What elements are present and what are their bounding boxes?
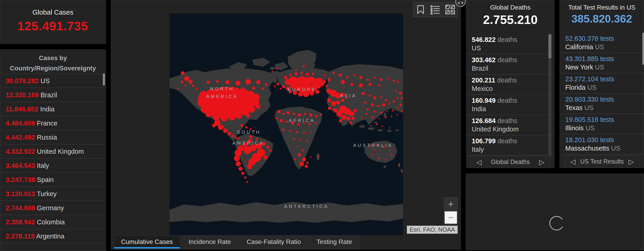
test-unit: tests (600, 116, 614, 123)
map-panel: NORTHAMERICAEUROPEASIAAFRICASOUTHAMERICA… (111, 0, 461, 250)
death-count: 200.211 (472, 77, 495, 84)
map-tab-label: Case-Fatality Ratio (247, 238, 301, 245)
bookmark-icon[interactable] (416, 5, 426, 15)
country-name: Italy (37, 162, 49, 169)
cases-list-item[interactable]: 3.247.738 Spain (0, 173, 106, 187)
deaths-list-item[interactable]: 160.949 deaths India (466, 95, 554, 115)
test-count: 19.805.516 (565, 116, 598, 123)
carousel-next-icon[interactable]: ▷ (539, 158, 544, 166)
death-country: Brazil (472, 64, 549, 73)
deaths-list-item[interactable]: 200.211 deaths Mexico (466, 75, 554, 95)
country-name: Russia (37, 134, 57, 141)
carousel-prev-icon[interactable]: ◁ (476, 158, 482, 166)
carousel-prev-icon[interactable]: ◁ (570, 158, 576, 166)
tests-list-item[interactable]: 18.201.030 tests Massachusetts US (560, 134, 644, 154)
cases-list-item[interactable]: 2.744.608 Germany (0, 201, 106, 215)
map-tab[interactable]: Case-Fatality Ratio (240, 235, 308, 248)
us-tests-panel: Total Test Results in US 385.820.362 52.… (560, 0, 644, 168)
svg-text:NORTH: NORTH (210, 86, 234, 91)
test-state: Texas (565, 104, 582, 111)
global-deaths-panel: Global Deaths 2.755.210 546.822 deaths U… (466, 0, 554, 168)
svg-text:AMERICA: AMERICA (232, 141, 264, 146)
tests-list-item[interactable]: 43.301.885 tests New York US (560, 53, 644, 73)
case-count: 4.484.659 (6, 120, 35, 127)
cases-list-item[interactable]: 3.464.543 Italy (0, 158, 106, 173)
test-count: 52.630.376 (565, 35, 598, 42)
map-tab[interactable]: Testing Rate (310, 235, 359, 248)
tests-list-item[interactable]: 23.272.104 tests Florida US (560, 73, 644, 94)
death-count: 106.799 (472, 137, 496, 145)
death-unit: deaths (498, 117, 517, 124)
cases-list-item[interactable]: 2.359.942 Colombia (0, 215, 106, 229)
cases-list-item[interactable]: 11.846.652 India (0, 102, 106, 116)
death-count: 546.822 (472, 36, 496, 43)
cases-list-item[interactable]: 2.278.115 Argentina (0, 229, 106, 243)
country-name: France (37, 120, 57, 127)
test-country: US (587, 84, 596, 91)
test-unit: tests (600, 35, 614, 42)
test-state: Florida (565, 84, 586, 91)
cases-list-item[interactable]: 4.442.492 Russia (0, 130, 106, 144)
zoom-out-button[interactable]: − (445, 211, 457, 224)
svg-text:AFRICA: AFRICA (289, 118, 315, 123)
test-count: 43.301.885 (565, 55, 598, 62)
country-name: Argentina (36, 232, 64, 240)
death-unit: deaths (498, 36, 517, 43)
map-tab[interactable]: Incidence Rate (181, 235, 238, 248)
deaths-list-item[interactable]: 303.462 deaths Brazil (466, 54, 554, 75)
case-count: 4.442.492 (6, 134, 35, 141)
deaths-carousel: ◁ Global Deaths ▷ (470, 156, 550, 168)
carousel-next-icon[interactable]: ▷ (628, 158, 634, 166)
country-name: United Kingdom (37, 148, 84, 155)
country-name: US (40, 77, 50, 85)
tests-carousel-label: US Test Results (580, 158, 624, 165)
test-country: US (611, 145, 620, 152)
death-country: Italy (472, 145, 549, 154)
country-name: Germany (37, 204, 64, 212)
test-unit: tests (600, 55, 614, 62)
cases-list-item[interactable]: 4.332.922 United Kingdom (0, 144, 106, 158)
tests-scrollbar-thumb[interactable] (642, 33, 644, 65)
deaths-list-item[interactable]: 126.684 deaths United Kingdom (466, 115, 554, 135)
case-count: 2.744.608 (6, 204, 35, 212)
case-count: 12.320.169 (6, 91, 39, 99)
deaths-list-item[interactable]: 546.822 deaths US (466, 34, 554, 54)
map-tab-label: Testing Rate (316, 238, 352, 245)
cases-scrollbar-thumb[interactable] (103, 74, 105, 85)
cases-list-item[interactable]: 3.120.013 Turkey (0, 187, 106, 201)
case-count: 30.079.282 (6, 77, 39, 85)
legend-icon[interactable] (430, 5, 440, 15)
cases-list-item[interactable]: 12.320.169 Brazil (0, 88, 106, 102)
loading-panel (466, 174, 644, 250)
deaths-scrollbar-thumb[interactable] (548, 34, 552, 58)
svg-text:EUROPE: EUROPE (288, 87, 316, 92)
country-name: Colombia (37, 218, 65, 226)
country-name: Spain (37, 176, 54, 183)
death-country: United Kingdom (472, 125, 549, 133)
country-name: Brazil (40, 91, 57, 99)
basemap-icon[interactable] (445, 5, 455, 15)
cases-list-item[interactable]: 4.484.659 France (0, 116, 106, 130)
case-count: 4.332.922 (6, 148, 35, 155)
death-count: 160.949 (472, 97, 496, 104)
map-tab-label: Cumulative Cases (121, 238, 173, 245)
cases-title-line2: Country/Region/Sovereignty (0, 63, 106, 73)
test-country: US (595, 64, 604, 71)
deaths-list-item[interactable]: 106.799 deaths Italy (466, 135, 554, 156)
case-count: 3.247.738 (6, 176, 35, 183)
map-toolbar (413, 2, 458, 17)
map-tab[interactable]: Cumulative Cases (114, 235, 180, 248)
tests-list-item[interactable]: 20.903.330 tests Texas US (560, 94, 644, 114)
cases-list-item[interactable]: 30.079.282 US (0, 74, 106, 88)
world-map[interactable]: NORTHAMERICAEUROPEASIAAFRICASOUTHAMERICA… (170, 14, 403, 235)
test-unit: tests (600, 96, 614, 103)
test-state: New York (565, 64, 593, 71)
tests-list-item[interactable]: 52.630.376 tests California US (560, 33, 644, 53)
death-unit: deaths (498, 97, 517, 104)
map-tab-label: Incidence Rate (188, 238, 231, 245)
cases-list: 30.079.282 US 12.320.169 Brazil 11.846.6… (0, 74, 106, 251)
world-map-svg: NORTHAMERICAEUROPEASIAAFRICASOUTHAMERICA… (170, 14, 403, 235)
tests-list-item[interactable]: 19.805.516 tests Illinois US (560, 114, 644, 134)
zoom-in-button[interactable]: + (445, 198, 457, 210)
death-country: India (472, 105, 549, 113)
